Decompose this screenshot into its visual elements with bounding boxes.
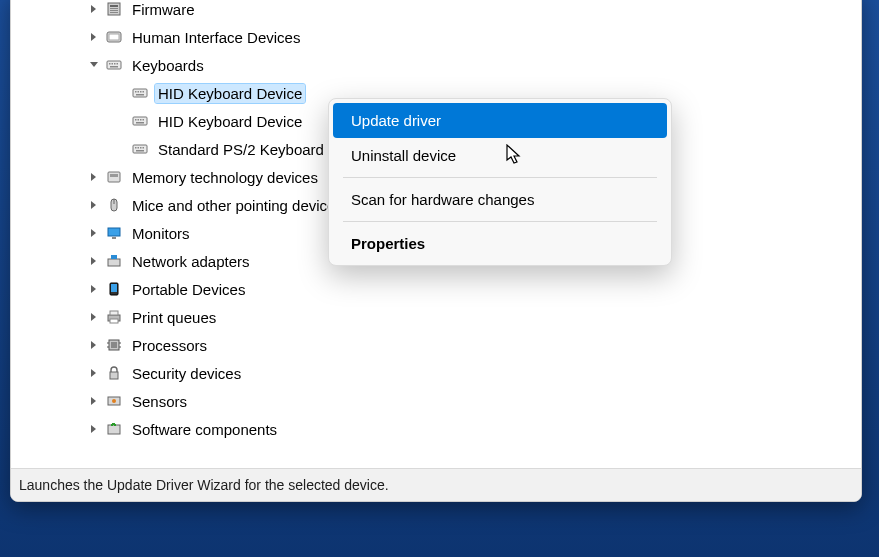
keyboard-icon	[131, 84, 149, 102]
tree-item-label: Software components	[129, 420, 280, 439]
tree-item-label: Firmware	[129, 0, 198, 19]
memory-icon	[105, 168, 123, 186]
chevron-right-icon[interactable]	[85, 336, 103, 354]
svg-rect-8	[109, 63, 111, 65]
tree-item-label: Human Interface Devices	[129, 28, 303, 47]
menu-properties[interactable]: Properties	[333, 226, 667, 261]
menu-uninstall-device[interactable]: Uninstall device	[333, 138, 667, 173]
tree-item-label: Standard PS/2 Keyboard	[155, 140, 327, 159]
chevron-right-icon[interactable]	[85, 224, 103, 242]
menu-item-label: Properties	[351, 235, 425, 252]
svg-rect-19	[133, 117, 147, 125]
svg-rect-26	[135, 147, 137, 149]
tree-item-label: HID Keyboard Device	[155, 112, 305, 131]
monitor-icon	[105, 224, 123, 242]
software-components-icon	[105, 420, 123, 438]
sensor-icon	[105, 392, 123, 410]
chevron-right-icon[interactable]	[85, 392, 103, 410]
svg-rect-15	[138, 91, 140, 93]
svg-rect-10	[114, 63, 116, 65]
keyboard-icon	[131, 112, 149, 130]
svg-rect-14	[135, 91, 137, 93]
svg-rect-40	[111, 284, 117, 292]
tree-item-label: Mice and other pointing devices	[129, 196, 346, 215]
menu-update-driver[interactable]: Update driver	[333, 103, 667, 138]
svg-rect-20	[135, 119, 137, 121]
svg-rect-32	[110, 174, 118, 177]
chevron-right-icon[interactable]	[85, 364, 103, 382]
tree-item-keyboards[interactable]: Keyboards	[11, 51, 861, 79]
menu-separator	[343, 221, 657, 222]
svg-rect-13	[133, 89, 147, 97]
svg-rect-12	[110, 66, 118, 68]
menu-item-label: Scan for hardware changes	[351, 191, 534, 208]
tree-item-security[interactable]: Security devices	[11, 359, 861, 387]
svg-rect-7	[107, 61, 121, 69]
tree-item-label: Network adapters	[129, 252, 253, 271]
tree-item-label: Sensors	[129, 392, 190, 411]
menu-scan-hardware[interactable]: Scan for hardware changes	[333, 182, 667, 217]
svg-rect-35	[108, 228, 120, 236]
tree-item-print-queues[interactable]: Print queues	[11, 303, 861, 331]
tree-item-sensors[interactable]: Sensors	[11, 387, 861, 415]
svg-rect-6	[109, 34, 119, 40]
tree-item-portable[interactable]: Portable Devices	[11, 275, 861, 303]
keyboard-icon	[105, 56, 123, 74]
chevron-right-icon[interactable]	[85, 168, 103, 186]
chevron-down-icon[interactable]	[85, 56, 103, 74]
chevron-right-icon[interactable]	[85, 0, 103, 18]
svg-rect-4	[110, 12, 118, 13]
svg-rect-36	[112, 237, 116, 239]
tree-item-label: Monitors	[129, 224, 193, 243]
svg-rect-16	[140, 91, 142, 93]
status-text: Launches the Update Driver Wizard for th…	[19, 477, 389, 493]
tree-item-label: Portable Devices	[129, 280, 248, 299]
svg-rect-30	[136, 150, 144, 152]
cpu-icon	[105, 336, 123, 354]
chevron-right-icon[interactable]	[85, 420, 103, 438]
tree-item-hid[interactable]: Human Interface Devices	[11, 23, 861, 51]
svg-rect-2	[110, 8, 118, 9]
tree-item-processors[interactable]: Processors	[11, 331, 861, 359]
menu-separator	[343, 177, 657, 178]
security-icon	[105, 364, 123, 382]
menu-item-label: Update driver	[351, 112, 441, 129]
tree-item-firmware[interactable]: Firmware	[11, 0, 861, 23]
chevron-right-icon[interactable]	[85, 252, 103, 270]
svg-rect-29	[143, 147, 145, 149]
svg-rect-27	[138, 147, 140, 149]
svg-rect-53	[108, 425, 120, 434]
tree-item-label: Keyboards	[129, 56, 207, 75]
svg-rect-42	[110, 311, 118, 315]
svg-rect-21	[138, 119, 140, 121]
svg-rect-50	[110, 372, 118, 379]
tree-item-label: HID Keyboard Device	[155, 84, 305, 103]
svg-rect-25	[133, 145, 147, 153]
status-bar: Launches the Update Driver Wizard for th…	[11, 468, 861, 501]
firmware-icon	[105, 0, 123, 18]
keyboard-icon	[131, 140, 149, 158]
tree-item-label: Print queues	[129, 308, 219, 327]
portable-device-icon	[105, 280, 123, 298]
svg-rect-9	[112, 63, 114, 65]
svg-rect-11	[117, 63, 119, 65]
hid-icon	[105, 28, 123, 46]
printer-icon	[105, 308, 123, 326]
svg-rect-22	[140, 119, 142, 121]
mouse-icon	[105, 196, 123, 214]
chevron-right-icon[interactable]	[85, 280, 103, 298]
svg-rect-43	[110, 319, 118, 323]
svg-rect-23	[143, 119, 145, 121]
svg-rect-38	[111, 255, 117, 259]
svg-rect-24	[136, 122, 144, 124]
svg-rect-28	[140, 147, 142, 149]
tree-item-label: Processors	[129, 336, 210, 355]
tree-item-label: Security devices	[129, 364, 244, 383]
network-icon	[105, 252, 123, 270]
svg-rect-17	[143, 91, 145, 93]
chevron-right-icon[interactable]	[85, 196, 103, 214]
chevron-right-icon[interactable]	[85, 28, 103, 46]
chevron-right-icon[interactable]	[85, 308, 103, 326]
svg-rect-3	[110, 10, 118, 11]
tree-item-software-components[interactable]: Software components	[11, 415, 861, 443]
